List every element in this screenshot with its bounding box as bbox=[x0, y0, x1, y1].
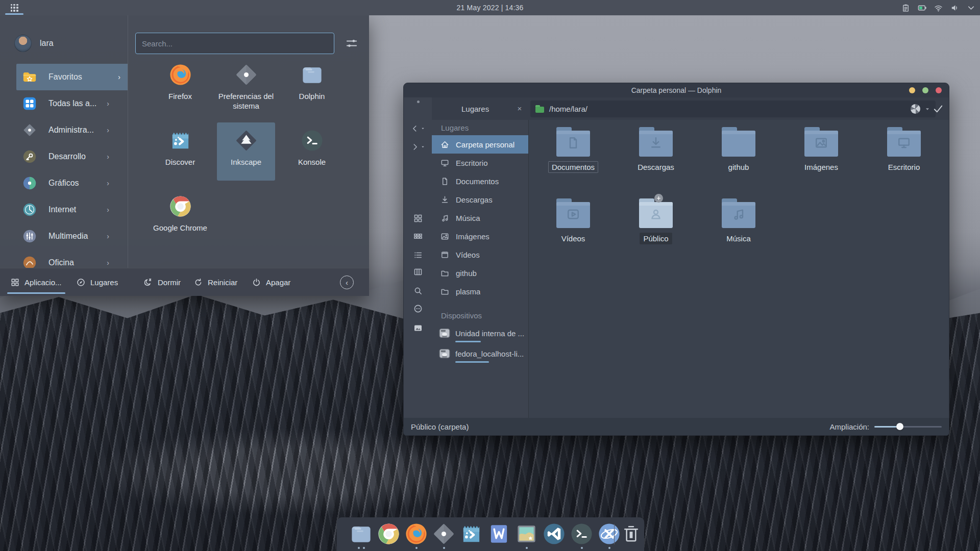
forward-button[interactable] bbox=[404, 139, 432, 155]
devices-section-label: Dispositivos bbox=[441, 308, 528, 323]
zoom-slider[interactable] bbox=[874, 423, 942, 430]
url-pie-icon[interactable] bbox=[911, 104, 920, 114]
app-tile-firefox[interactable]: Firefox bbox=[151, 57, 209, 115]
preview-view-button[interactable] bbox=[404, 320, 432, 336]
device-item[interactable]: fedora_localhost-li... bbox=[432, 343, 528, 364]
select-plus-badge[interactable] bbox=[654, 194, 663, 203]
accept-check-icon[interactable] bbox=[932, 103, 944, 115]
clipboard-icon[interactable] bbox=[901, 3, 911, 13]
url-dropdown-caret[interactable] bbox=[924, 106, 930, 112]
dock-item-chrome[interactable] bbox=[377, 522, 401, 546]
location-bar[interactable]: /home/lara/ bbox=[530, 101, 936, 117]
ellipsis-view-button[interactable] bbox=[404, 301, 432, 316]
close-button[interactable] bbox=[936, 87, 942, 93]
file-github[interactable]: github bbox=[703, 126, 774, 197]
category-item-admin[interactable]: Administra...› bbox=[0, 117, 128, 143]
user-avatar bbox=[14, 35, 32, 52]
panel-close-icon[interactable]: × bbox=[514, 103, 525, 113]
back-button[interactable] bbox=[404, 121, 432, 136]
category-item-todas[interactable]: Todas las a...› bbox=[0, 90, 128, 117]
dock-item-dolphin[interactable] bbox=[349, 522, 373, 546]
digital-clock[interactable]: 21 May 2022|14:36 bbox=[456, 0, 523, 15]
search-view-button[interactable] bbox=[404, 283, 432, 298]
drive-icon bbox=[438, 347, 451, 360]
file-p-blico[interactable]: Público bbox=[620, 197, 692, 269]
category-item-oficina[interactable]: Oficina› bbox=[0, 249, 128, 268]
category-label: Multimedia bbox=[48, 232, 88, 241]
file-escritorio[interactable]: Escritorio bbox=[868, 126, 940, 197]
maximize-button[interactable] bbox=[922, 87, 928, 93]
dock-item-discover[interactable] bbox=[459, 522, 483, 546]
dock-item-gwenview[interactable] bbox=[514, 522, 538, 546]
file-documentos[interactable]: Documentos bbox=[537, 126, 609, 197]
place-item-carpeta-personal[interactable]: Carpeta personal bbox=[432, 135, 528, 154]
file-descargas[interactable]: Descargas bbox=[620, 126, 692, 197]
folder-icon bbox=[440, 268, 450, 278]
place-item-im-genes[interactable]: Imágenes bbox=[432, 227, 528, 245]
session-action-label: Apagar bbox=[266, 278, 290, 287]
user-row[interactable]: lara bbox=[14, 35, 54, 52]
chevron-right-icon: › bbox=[107, 179, 109, 187]
list-view-button[interactable] bbox=[404, 247, 432, 263]
monitor-icon bbox=[440, 158, 450, 168]
place-label: Documentos bbox=[456, 177, 499, 186]
favoritos-category-icon bbox=[22, 69, 37, 85]
app-tile-discover[interactable]: Discover bbox=[151, 122, 209, 181]
app-tile-inkscape[interactable]: Inkscape bbox=[217, 122, 275, 181]
session-action-sleep[interactable]: Dormir bbox=[143, 268, 181, 296]
app-tile-konsole[interactable]: Konsole bbox=[283, 122, 341, 181]
app-tile-chrome[interactable]: Google Chrome bbox=[151, 188, 209, 246]
volume-icon[interactable] bbox=[950, 3, 960, 13]
konsole-icon bbox=[300, 129, 324, 153]
columns-view-button[interactable] bbox=[404, 264, 432, 280]
app-label: Inkscape bbox=[231, 158, 261, 167]
place-item-escritorio[interactable]: Escritorio bbox=[432, 154, 528, 172]
compass-icon bbox=[76, 278, 86, 287]
app-tile-dolphin[interactable]: Dolphin bbox=[283, 57, 341, 115]
session-action-power[interactable]: Apagar bbox=[252, 268, 290, 296]
file-v-deos[interactable]: Vídeos bbox=[537, 197, 609, 269]
restart-icon bbox=[193, 278, 203, 287]
running-indicator bbox=[570, 547, 594, 549]
category-item-desarrollo[interactable]: Desarrollo› bbox=[0, 143, 128, 170]
file-im-genes[interactable]: Imágenes bbox=[786, 126, 857, 197]
place-item-documentos[interactable]: Documentos bbox=[432, 172, 528, 190]
device-label: Unidad interna de ... bbox=[455, 329, 524, 338]
place-item-github[interactable]: github bbox=[432, 264, 528, 282]
folder-view[interactable]: DocumentosDescargasgithubImágenesEscrito… bbox=[529, 120, 949, 418]
dock-item-code[interactable] bbox=[542, 522, 566, 546]
category-item-multimedia[interactable]: Multimedia› bbox=[0, 223, 128, 249]
dock-item-writer[interactable] bbox=[487, 522, 511, 546]
chevron-right-icon: › bbox=[107, 99, 109, 108]
battery-icon[interactable] bbox=[917, 3, 927, 13]
window-buttons bbox=[909, 87, 942, 93]
grid4-view-button[interactable] bbox=[404, 211, 432, 226]
place-item-descargas[interactable]: Descargas bbox=[432, 190, 528, 209]
app-tile-settings[interactable]: Preferencias del sistema bbox=[217, 57, 275, 115]
wifi-icon[interactable] bbox=[934, 3, 943, 13]
collapse-session-button[interactable]: ‹ bbox=[340, 276, 354, 289]
device-item[interactable]: Unidad interna de ... bbox=[432, 323, 528, 343]
window-title: Carpeta personal — Dolphin bbox=[631, 86, 722, 94]
minimize-button[interactable] bbox=[909, 87, 915, 93]
category-item-graficos[interactable]: Gráficos› bbox=[0, 170, 128, 196]
category-item-favoritos[interactable]: Favoritos› bbox=[16, 64, 128, 90]
chevron-down-icon[interactable] bbox=[966, 3, 976, 13]
footer-tab-compass[interactable]: Lugares bbox=[76, 268, 118, 296]
place-item-v-deos[interactable]: Vídeos bbox=[432, 245, 528, 264]
dock-item-firefox[interactable] bbox=[404, 522, 428, 546]
dock-item-trash[interactable] bbox=[619, 522, 643, 546]
dock-item-xapp[interactable] bbox=[597, 522, 621, 546]
grid6-view-button[interactable] bbox=[404, 229, 432, 244]
application-launcher-button[interactable] bbox=[4, 0, 24, 15]
dolphin-titlebar[interactable]: Carpeta personal — Dolphin bbox=[404, 83, 949, 97]
session-action-restart[interactable]: Reiniciar bbox=[193, 268, 237, 296]
place-item-m-sica[interactable]: Música bbox=[432, 209, 528, 227]
device-label: fedora_localhost-li... bbox=[455, 349, 524, 358]
zoom-slider-knob[interactable] bbox=[896, 423, 903, 430]
dock-item-konsole[interactable] bbox=[570, 522, 594, 546]
category-item-internet[interactable]: Internet› bbox=[0, 196, 128, 223]
dock-item-settings[interactable] bbox=[432, 522, 456, 546]
place-item-plasma[interactable]: plasma bbox=[432, 282, 528, 300]
file-m-sica[interactable]: Música bbox=[703, 197, 774, 269]
